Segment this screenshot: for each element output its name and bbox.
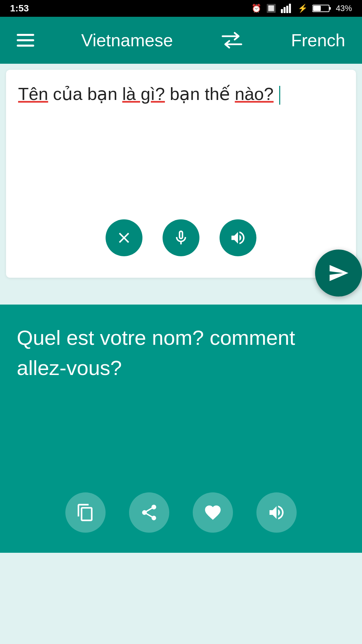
swap-languages-button[interactable] [220, 31, 244, 50]
svg-rect-5 [329, 7, 331, 10]
heart-icon [203, 503, 222, 522]
microphone-button[interactable] [163, 219, 199, 256]
menu-button[interactable] [17, 34, 34, 47]
svg-rect-1 [284, 7, 286, 13]
volume-up-icon [267, 503, 286, 522]
svg-rect-3 [289, 4, 291, 13]
target-language-label[interactable]: French [291, 30, 345, 50]
share-icon [140, 503, 159, 522]
speak-source-button[interactable] [220, 219, 256, 256]
favorite-button[interactable] [193, 492, 233, 533]
share-button[interactable] [129, 492, 169, 533]
source-input[interactable]: Tên của bạn là gì? bạn thế nào? [18, 82, 344, 209]
sim-icon: 🔲 [266, 4, 276, 13]
status-icons: ⏰ 🔲 ⚡ 43% [251, 4, 352, 13]
result-panel: Quel est votre nom? comment allez-vous? [0, 305, 362, 553]
status-time: 1:53 [10, 3, 29, 14]
alarm-icon: ⏰ [251, 4, 261, 13]
close-icon [115, 229, 133, 247]
battery-percent: 43% [336, 4, 352, 13]
source-wrapper: Tên của bạn là gì? bạn thế nào? [0, 70, 362, 278]
clear-button[interactable] [106, 219, 142, 256]
speak-translation-button[interactable] [256, 492, 297, 533]
word-ten: Tên [18, 84, 48, 104]
translate-button[interactable] [315, 250, 362, 297]
source-panel: Tên của bạn là gì? bạn thế nào? [6, 70, 356, 278]
status-bar: 1:53 ⏰ 🔲 ⚡ 43% [0, 0, 362, 17]
copy-button[interactable] [65, 492, 106, 533]
word-nao: nào? [235, 84, 274, 104]
result-actions [0, 492, 362, 533]
top-bar: Vietnamese French [0, 17, 362, 64]
source-language-label[interactable]: Vietnamese [81, 30, 173, 50]
send-icon [328, 262, 349, 284]
svg-rect-2 [286, 6, 288, 13]
word-la-gi: là gì? [122, 84, 165, 104]
copy-icon [76, 503, 95, 522]
translated-text: Quel est votre nom? comment allez-vous? [17, 323, 345, 383]
svg-rect-0 [281, 9, 283, 13]
source-actions [18, 219, 344, 256]
svg-rect-6 [313, 6, 321, 11]
signal-icon [281, 4, 293, 13]
text-cursor [279, 86, 280, 105]
microphone-icon [172, 229, 190, 247]
volume-icon [229, 229, 247, 247]
battery-icon [312, 4, 331, 13]
charging-icon: ⚡ [298, 4, 308, 13]
